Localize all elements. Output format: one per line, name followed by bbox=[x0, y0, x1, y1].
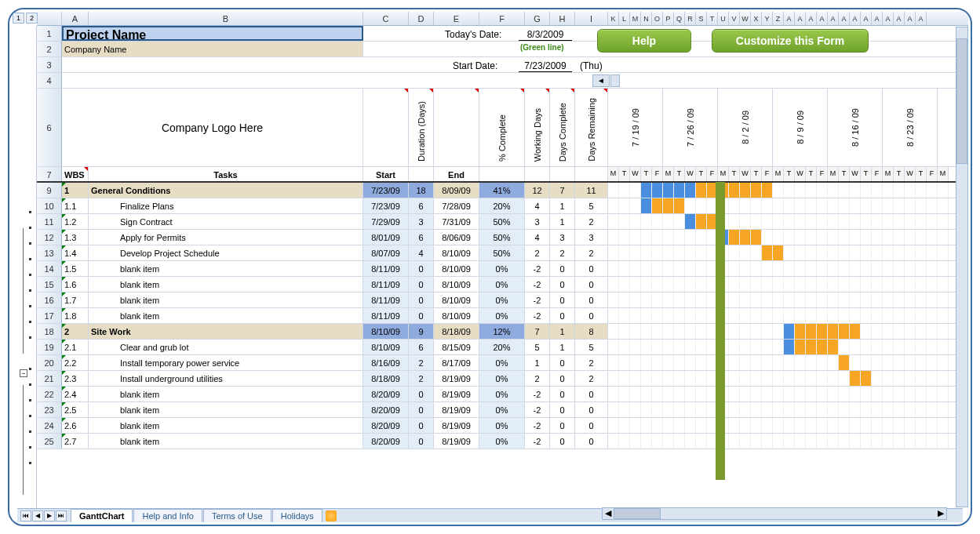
help-button[interactable]: Help bbox=[597, 29, 691, 53]
col-U19[interactable]: U bbox=[718, 12, 729, 25]
col-S17[interactable]: S bbox=[696, 12, 707, 25]
col-P14[interactable]: P bbox=[663, 12, 674, 25]
hdr-pct: % Complete bbox=[496, 111, 508, 165]
col-N12[interactable]: N bbox=[641, 12, 652, 25]
col-Y23[interactable]: Y bbox=[762, 12, 773, 25]
col-A36[interactable]: A bbox=[905, 12, 916, 25]
task-row[interactable]: 212.3Install underground utilities8/18/0… bbox=[37, 371, 968, 387]
row-4[interactable]: 4 bbox=[37, 73, 968, 89]
col-V20[interactable]: V bbox=[729, 12, 740, 25]
task-row[interactable]: 242.6blank item8/20/0908/19/090%-200 bbox=[37, 418, 968, 434]
col-Q15[interactable]: Q bbox=[674, 12, 685, 25]
col-M11[interactable]: M bbox=[630, 12, 641, 25]
task-row[interactable]: 151.6blank item8/11/0908/10/090%-200 bbox=[37, 277, 968, 292]
cell-company-name[interactable]: Company Name bbox=[62, 42, 363, 56]
dow-cell: F bbox=[762, 167, 773, 181]
col-A30[interactable]: A bbox=[839, 12, 850, 25]
tab-help-and-info[interactable]: Help and Info bbox=[133, 509, 202, 522]
row-3[interactable]: 3 bbox=[37, 57, 968, 73]
tab-nav-first[interactable]: ⏮ bbox=[20, 510, 31, 521]
col-A25[interactable]: A bbox=[784, 12, 795, 25]
task-row[interactable]: 141.5blank item8/11/0908/10/090%-200 bbox=[37, 261, 968, 277]
col-A27[interactable]: A bbox=[806, 12, 817, 25]
dow-cell: T bbox=[619, 167, 630, 181]
start-date-label: Start Date: bbox=[453, 60, 497, 71]
outline-collapse[interactable]: − bbox=[20, 369, 27, 377]
logo-cell[interactable]: Company Logo Here bbox=[62, 89, 363, 166]
col-C[interactable]: C bbox=[363, 12, 409, 25]
date-header: 8 / 16 / 09 bbox=[828, 89, 883, 166]
tab-terms-of-use[interactable]: Terms of Use bbox=[203, 509, 271, 522]
row-6[interactable]: 6 Company Logo Here Duration (Days) % Co… bbox=[37, 89, 968, 167]
col-A31[interactable]: A bbox=[850, 12, 861, 25]
row-num-1[interactable]: 1 bbox=[37, 26, 62, 41]
col-R16[interactable]: R bbox=[685, 12, 696, 25]
task-row[interactable]: 171.8blank item8/11/0908/10/090%-200 bbox=[37, 308, 968, 324]
task-row[interactable]: 252.7blank item8/20/0908/19/090%-200 bbox=[37, 434, 968, 449]
col-A[interactable]: A bbox=[62, 12, 89, 25]
task-row[interactable]: 232.5blank item8/20/0908/19/090%-200 bbox=[37, 402, 968, 418]
col-F[interactable]: F bbox=[479, 12, 525, 25]
col-L10[interactable]: L bbox=[619, 12, 630, 25]
col-A32[interactable]: A bbox=[861, 12, 872, 25]
sheet-tabs: ⏮ ◀ ▶ ⏭ GanttChartHelp and InfoTerms of … bbox=[17, 508, 963, 522]
cell-project-name[interactable]: Project Name bbox=[62, 26, 363, 41]
gantt-bar-area bbox=[608, 402, 968, 417]
gantt-bar-area bbox=[608, 198, 968, 213]
task-row[interactable]: 111.2Sign Contract7/29/0937/31/0950%312 bbox=[37, 214, 968, 230]
select-all-corner[interactable] bbox=[37, 12, 62, 25]
dow-cell: M bbox=[663, 167, 674, 181]
col-T18[interactable]: T bbox=[707, 12, 718, 25]
dow-cell: M bbox=[828, 167, 839, 181]
start-date-value[interactable]: 7/23/2009 bbox=[519, 60, 572, 72]
col-K9[interactable]: K bbox=[608, 12, 619, 25]
col-X22[interactable]: X bbox=[751, 12, 762, 25]
task-row[interactable]: 182Site Work8/10/0998/18/0912%718 bbox=[37, 324, 968, 340]
col-A33[interactable]: A bbox=[872, 12, 883, 25]
customize-button[interactable]: Customize this Form bbox=[712, 29, 869, 53]
horizontal-scrollbar[interactable]: ◀ ▶ bbox=[602, 507, 947, 520]
task-row[interactable]: 101.1Finalize Plans7/23/0967/28/0920%415 bbox=[37, 198, 968, 214]
task-row[interactable]: 192.1Clear and grub lot8/10/0968/15/0920… bbox=[37, 340, 968, 355]
col-B[interactable]: B bbox=[89, 12, 363, 25]
task-row[interactable]: 131.4Develop Project Schedule8/07/0948/1… bbox=[37, 245, 968, 261]
tab-holidays[interactable]: Holidays bbox=[272, 509, 322, 522]
outline-1[interactable]: 1 bbox=[13, 13, 24, 24]
col-A34[interactable]: A bbox=[883, 12, 894, 25]
col-A28[interactable]: A bbox=[817, 12, 828, 25]
tab-nav-next[interactable]: ▶ bbox=[44, 510, 55, 521]
new-sheet-icon[interactable] bbox=[326, 510, 337, 521]
task-row[interactable]: 91General Conditions7/23/09188/09/0941%1… bbox=[37, 183, 968, 198]
task-row[interactable]: 161.7blank item8/11/0908/10/090%-200 bbox=[37, 292, 968, 308]
task-row[interactable]: 222.4blank item8/20/0908/19/090%-200 bbox=[37, 387, 968, 402]
col-A37[interactable]: A bbox=[916, 12, 927, 25]
col-O13[interactable]: O bbox=[652, 12, 663, 25]
gantt-scroll-left[interactable]: ◄ bbox=[592, 74, 610, 87]
tab-nav-prev[interactable]: ◀ bbox=[32, 510, 43, 521]
dow-cell: W bbox=[905, 167, 916, 181]
col-G[interactable]: G bbox=[525, 12, 550, 25]
tab-nav-last[interactable]: ⏭ bbox=[56, 510, 67, 521]
outline-2[interactable]: 2 bbox=[26, 13, 38, 24]
tab-ganttchart[interactable]: GanttChart bbox=[71, 509, 133, 522]
date-header: 8 / 9 / 09 bbox=[773, 89, 828, 166]
dow-cell: F bbox=[872, 167, 883, 181]
col-W21[interactable]: W bbox=[740, 12, 751, 25]
col-Z24[interactable]: Z bbox=[773, 12, 784, 25]
task-row[interactable]: 202.2Install temporary power service8/16… bbox=[37, 355, 968, 371]
col-A29[interactable]: A bbox=[828, 12, 839, 25]
row-num-2[interactable]: 2 bbox=[37, 42, 62, 56]
row-7[interactable]: 7 WBS Tasks Start End MTWTFMTWTFMTWTFMTW… bbox=[37, 167, 968, 183]
dow-cell: W bbox=[850, 167, 861, 181]
todays-date-value[interactable]: 8/3/2009 bbox=[519, 29, 572, 41]
col-E[interactable]: E bbox=[434, 12, 479, 25]
vertical-scrollbar[interactable] bbox=[956, 27, 968, 507]
col-I[interactable]: I bbox=[575, 12, 608, 25]
col-D[interactable]: D bbox=[409, 12, 434, 25]
task-row[interactable]: 121.3Apply for Permits8/01/0968/06/0950%… bbox=[37, 230, 968, 245]
outline-level-buttons[interactable]: 1 2 bbox=[13, 13, 38, 24]
col-A35[interactable]: A bbox=[894, 12, 905, 25]
col-A26[interactable]: A bbox=[795, 12, 806, 25]
gantt-scroll-thumb[interactable] bbox=[610, 74, 620, 87]
col-H[interactable]: H bbox=[550, 12, 575, 25]
